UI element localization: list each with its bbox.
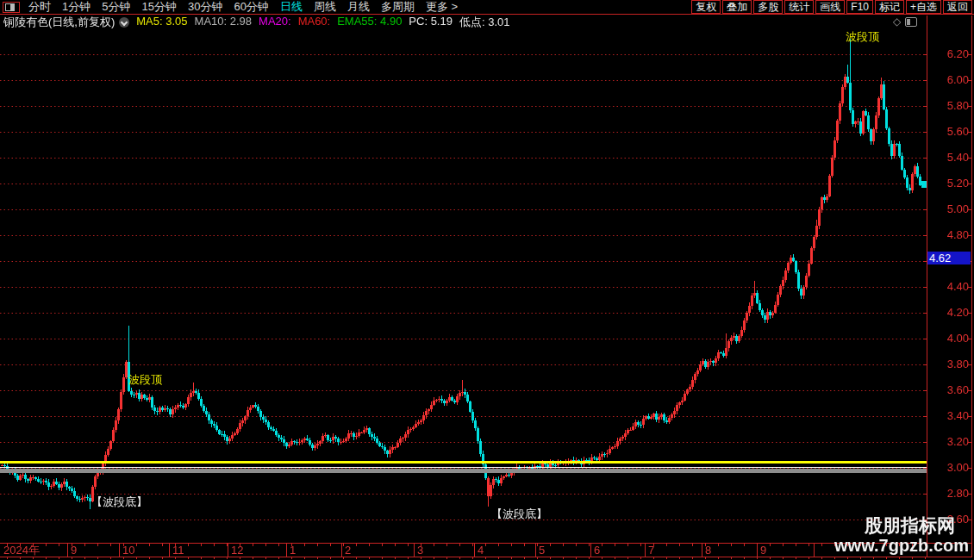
month-label-6: 3 xyxy=(417,544,423,556)
toolbar-buttons: 复权叠加多股统计画线F10标记+自选返回 xyxy=(691,0,972,14)
price-axis-label-6.00: 6.00 xyxy=(929,74,969,86)
year-label: 2024年 xyxy=(3,544,40,556)
month-label-7: 4 xyxy=(478,544,484,556)
price-axis-label-2.80: 2.80 xyxy=(929,488,969,500)
menu-item-15分钟[interactable]: 15分钟 xyxy=(141,0,176,14)
menu-item-更多 >[interactable]: 更多 > xyxy=(426,0,458,14)
toolbar-button-画线[interactable]: 画线 xyxy=(815,0,845,14)
price-axis-label-3.40: 3.40 xyxy=(929,410,969,422)
annotation-1: 【波段底】 xyxy=(91,496,147,508)
price-axis-label-5.00: 5.00 xyxy=(929,203,969,215)
price-axis-label-5.80: 5.80 xyxy=(929,100,969,112)
month-label-8: 5 xyxy=(539,544,545,556)
indicator-value-EMA55: EMA55: 4.90 xyxy=(337,15,402,30)
toolbar-button-复权[interactable]: 复权 xyxy=(691,0,721,14)
month-label-2: 11 xyxy=(172,544,184,556)
period-menu: 分时1分钟5分钟15分钟30分钟60分钟日线周线月线多周期更多 > xyxy=(28,0,458,14)
menu-item-1分钟[interactable]: 1分钟 xyxy=(62,0,91,14)
toolbar-button-标记[interactable]: 标记 xyxy=(875,0,904,14)
price-axis-label-5.20: 5.20 xyxy=(929,177,969,190)
price-axis-label-3.80: 3.80 xyxy=(929,358,969,370)
month-label-10: 7 xyxy=(648,544,654,556)
price-axis-label-3.60: 3.60 xyxy=(929,384,969,396)
kline-chart-canvas[interactable] xyxy=(0,0,974,560)
indicator-value-PC: PC: 5.19 xyxy=(409,15,453,30)
indicator-value-MA5: MA5: 3.05 xyxy=(136,15,187,30)
price-axis-label-5.60: 5.60 xyxy=(929,126,969,138)
panel-glyph-icon xyxy=(5,3,15,11)
toolbar-button-F10[interactable]: F10 xyxy=(846,0,873,14)
menu-item-多周期[interactable]: 多周期 xyxy=(381,0,415,14)
top-toolbar: 分时1分钟5分钟15分钟30分钟60分钟日线周线月线多周期更多 > 复权叠加多股… xyxy=(0,0,974,15)
watermark-site-name: 股朋指标网 xyxy=(834,515,969,536)
menu-item-分时[interactable]: 分时 xyxy=(28,0,51,14)
menu-item-周线[interactable]: 周线 xyxy=(314,0,336,14)
annotation-3: 波段顶 xyxy=(846,31,879,43)
price-axis-label-4.00: 4.00 xyxy=(929,333,969,345)
price-axis-label-3.00: 3.00 xyxy=(929,462,969,474)
price-axis-label-4.80: 4.80 xyxy=(929,229,969,241)
menu-item-5分钟[interactable]: 5分钟 xyxy=(102,0,130,14)
price-axis-label-5.40: 5.40 xyxy=(929,152,969,164)
toolbar-button-多股[interactable]: 多股 xyxy=(753,0,783,14)
window-panel-icon[interactable] xyxy=(3,2,20,13)
kline-app-window: 分时1分钟5分钟15分钟30分钟60分钟日线周线月线多周期更多 > 复权叠加多股… xyxy=(0,0,974,560)
price-axis-label-6.20: 6.20 xyxy=(929,48,969,60)
watermark: 股朋指标网 www.7gpzb.com xyxy=(834,515,969,555)
price-axis-label-3.20: 3.20 xyxy=(929,436,969,448)
watermark-site-url: www.7gpzb.com xyxy=(834,536,969,555)
indicator-info-bar: 铜陵有色(日线,前复权) MA5: 3.05MA10: 2.98MA20:MA6… xyxy=(0,16,974,28)
month-label-3: 12 xyxy=(231,544,243,556)
price-axis-label-4.40: 4.40 xyxy=(929,281,969,293)
annotation-2: 【波段底】 xyxy=(491,508,547,520)
indicator-value-低点: 低点: 3.01 xyxy=(459,15,510,30)
indicator-value-MA60: MA60: xyxy=(298,15,331,30)
toolbar-button-叠加[interactable]: 叠加 xyxy=(722,0,752,14)
indicator-value-MA10: MA10: 2.98 xyxy=(195,15,253,30)
price-badge: 4.62 xyxy=(927,252,971,264)
indicator-values: MA5: 3.05MA10: 2.98MA20:MA60:EMA55: 4.90… xyxy=(129,15,509,30)
month-label-11: 8 xyxy=(705,544,711,556)
annotation-0: 波段顶 xyxy=(128,374,162,386)
menu-item-60分钟[interactable]: 60分钟 xyxy=(234,0,268,14)
month-label-0: 9 xyxy=(71,544,77,556)
indicator-value-MA20: MA20: xyxy=(259,15,291,30)
price-axis-label-4.20: 4.20 xyxy=(929,307,969,319)
chevron-down-icon[interactable] xyxy=(119,17,129,28)
month-label-9: 6 xyxy=(594,544,600,556)
menu-item-月线[interactable]: 月线 xyxy=(347,0,370,14)
diamond-icon[interactable]: ◇ xyxy=(893,16,901,27)
month-label-5: 2 xyxy=(345,544,351,556)
toolbar-button-+自选[interactable]: +自选 xyxy=(906,0,941,14)
chart-corner-icons: ◇ xyxy=(893,16,917,28)
toolbar-button-返回[interactable]: 返回 xyxy=(943,0,972,14)
menu-item-日线[interactable]: 日线 xyxy=(280,0,303,14)
stock-title: 铜陵有色(日线,前复权) xyxy=(3,15,115,30)
month-label-4: 1 xyxy=(290,544,296,556)
panel-toggle-icon[interactable] xyxy=(905,17,917,27)
month-label-1: 10 xyxy=(122,544,134,556)
menu-item-30分钟[interactable]: 30分钟 xyxy=(188,0,222,14)
toolbar-button-统计[interactable]: 统计 xyxy=(784,0,814,14)
month-label-12: 9 xyxy=(760,544,766,556)
